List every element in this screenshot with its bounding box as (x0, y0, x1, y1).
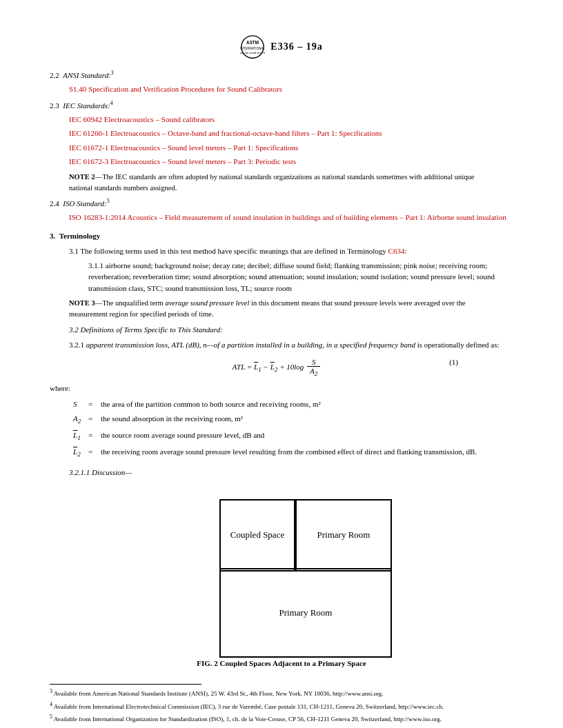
c634-link[interactable]: C634 (388, 247, 405, 255)
document-header: ASTM INTERNATIONAL Helping our world wor… (50, 34, 513, 59)
var-row-L1: L1 = the source room average sound press… (70, 429, 480, 444)
var-A2-def: the sound absorption in the receiving ro… (98, 412, 480, 427)
primary-room-top-box: Primary Room (295, 499, 392, 572)
doc-title: E336 – 19a (270, 41, 322, 52)
footnote-5-sup: 5 (50, 714, 52, 720)
footnote-3-sup: 3 (50, 688, 52, 694)
iec1-link[interactable]: IEC 60942 Electroacoustics – Sound calib… (69, 115, 215, 123)
note-3: NOTE 3—The unqualified term average soun… (69, 298, 494, 320)
svg-text:Helping our world work better: Helping our world work better (240, 51, 265, 54)
primary-room-bottom-box: Primary Room (219, 568, 392, 658)
diagram-coupled-space: Coupled Space (230, 529, 284, 540)
variables-table: S = the area of the partition common to … (69, 396, 481, 461)
section-3-title: Terminology (59, 232, 101, 240)
where-label: where: (50, 384, 513, 392)
iso-link[interactable]: ISO 16283-1:2014 Acoustics – Field measu… (69, 213, 506, 221)
section-3-2-1: 3.2.1 apparent transmission loss, ATL (d… (69, 339, 513, 351)
footnote-4: 4 Available from International Electrote… (50, 700, 513, 712)
var-S-def: the area of the partition common to both… (98, 398, 480, 411)
iec3-link[interactable]: IEC 61672-1 Electroacoustics – Sound lev… (69, 143, 298, 152)
equation-fraction: S A2 (307, 358, 320, 377)
footnote-3: 3 Available from American National Stand… (50, 687, 513, 699)
footnote-5-text: Available from International Organizatio… (54, 716, 442, 722)
section-2-3: 2.3 IEC Standards:4 IEC 60942 Electroaco… (50, 99, 513, 168)
section-2-3-label: 2.3 (50, 101, 59, 109)
section-2-2: 2.2 ANSI Standard:3 S1.40 Specification … (50, 69, 513, 95)
footnote-divider (50, 684, 201, 685)
section-2-2-title: ANSI Standard: (63, 71, 111, 79)
footnote-ref-4: 4 (110, 100, 113, 106)
footnote-5: 5 Available from International Organizat… (50, 713, 513, 725)
var-L1-def: the source room average sound pressure l… (98, 429, 480, 444)
note-3-italic: average sound pressure level (165, 299, 249, 307)
footnote-ref-3: 3 (111, 70, 114, 76)
section-2-3-title: IEC Standards: (63, 101, 110, 109)
section-2-4: 2.4 ISO Standard:5 ISO 16283-1:2014 Acou… (50, 197, 513, 223)
equation-atl: ATL = L1 − L2 + 10log (233, 363, 306, 371)
section-3-label: 3. (50, 232, 55, 240)
equation-number: (1) (449, 358, 458, 366)
section-3-2-text: 3.2 Definitions of Terms Specific to Thi… (69, 325, 223, 334)
note-2-text: —The IEC standards are often adopted by … (69, 173, 474, 192)
iec2-link[interactable]: IEC 61260-1 Electroacoustics – Octave-ba… (69, 129, 382, 137)
var-row-S: S = the area of the partition common to … (70, 398, 480, 411)
section-3-1: 3.1 The following terms used in this tes… (69, 245, 513, 294)
section-3-2: 3.2 Definitions of Terms Specific to Thi… (69, 324, 513, 336)
note-2: NOTE 2—The IEC standards are often adopt… (69, 172, 494, 194)
section-2-4-title: ISO Standard: (63, 199, 106, 208)
var-row-L2: L2 = the receiving room average sound pr… (70, 445, 480, 461)
section-3-2-1-text: 3.2.1 apparent transmission loss, ATL (d… (69, 341, 500, 349)
iec4-link[interactable]: IEC 61672-3 Electroacoustics – Sound lev… (69, 157, 296, 165)
section-3-1-1-text: 3.1.1 airborne sound; background noise; … (88, 260, 513, 294)
footnote-4-sup: 4 (50, 701, 52, 707)
section-3-2-1-1: 3.2.1.1 Discussion— (69, 467, 513, 478)
section-2-2-label: 2.2 (50, 71, 59, 79)
section-3-1-text: 3.1 The following terms used in this tes… (69, 247, 406, 255)
footnote-ref-5: 5 (107, 198, 110, 204)
var-L2-def: the receiving room average sound pressur… (98, 445, 480, 461)
section-3-2-1-1-text: 3.2.1.1 Discussion— (69, 468, 132, 476)
equation-block: ATL = L1 − L2 + 10log S A2 (1) (105, 358, 458, 377)
footnote-3-text: Available from American National Standar… (54, 690, 384, 697)
s1-40-link[interactable]: S1.40 Specification and Verification Pro… (69, 85, 282, 93)
section-3: 3. Terminology (50, 230, 513, 242)
diagram-container: Primary Room Coupled Space Primary Room … (50, 492, 513, 679)
svg-text:INTERNATIONAL: INTERNATIONAL (240, 47, 265, 50)
diagram-primary-room-bottom: Primary Room (279, 607, 333, 618)
section-2-4-label: 2.4 (50, 199, 59, 208)
fig-caption: FIG. 2 Coupled Spaces Adjacent to a Prim… (197, 658, 366, 669)
coupled-space-box: Coupled Space (219, 499, 295, 572)
astm-logo-icon: ASTM INTERNATIONAL Helping our world wor… (240, 34, 265, 59)
note-2-label: NOTE 2 (69, 173, 95, 181)
diagram-primary-room-top: Primary Room (317, 529, 371, 540)
note-3-text-a: —The unqualified term (95, 299, 166, 307)
var-row-A2: A2 = the sound absorption in the receivi… (70, 412, 480, 427)
svg-text:ASTM: ASTM (246, 40, 259, 45)
note-3-label: NOTE 3 (69, 299, 95, 307)
footnote-4-text: Available from International Electrotech… (54, 703, 444, 710)
